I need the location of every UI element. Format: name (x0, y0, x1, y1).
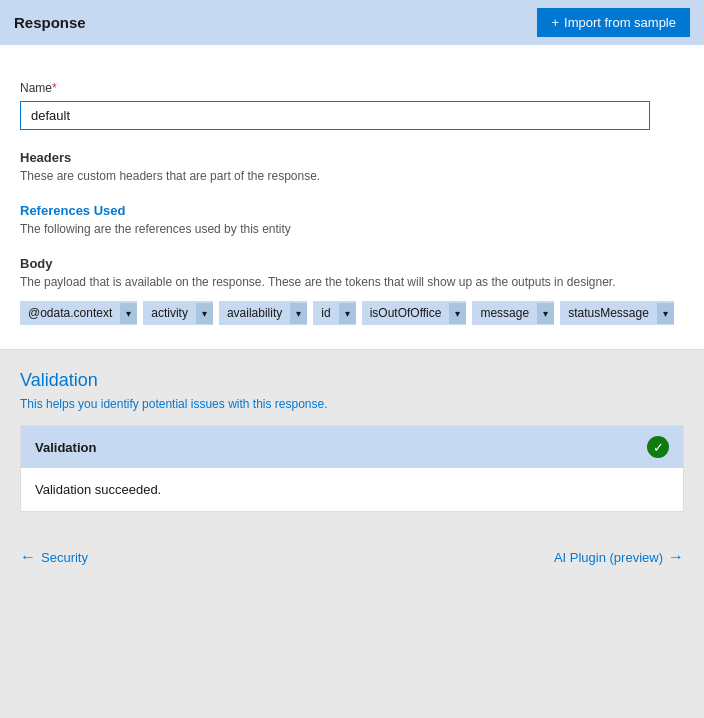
response-header: Response + Import from sample (0, 0, 704, 45)
tag-label: isOutOfOffice (362, 301, 450, 325)
validation-card: Validation ✓ Validation succeeded. (20, 425, 684, 512)
headers-desc: These are custom headers that are part o… (20, 169, 684, 183)
tag-item[interactable]: id▾ (313, 301, 355, 325)
import-button-label: Import from sample (564, 15, 676, 30)
tag-item[interactable]: isOutOfOffice▾ (362, 301, 467, 325)
forward-nav-label: AI Plugin (preview) (554, 550, 663, 565)
tag-item[interactable]: @odata.context▾ (20, 301, 137, 325)
name-input[interactable] (20, 101, 650, 130)
name-section: Name* (20, 81, 684, 130)
validation-card-title: Validation (35, 440, 96, 455)
tag-label: statusMessage (560, 301, 657, 325)
tag-label: message (472, 301, 537, 325)
tag-chevron-icon[interactable]: ▾ (290, 303, 307, 324)
tag-item[interactable]: message▾ (472, 301, 554, 325)
references-section: References Used The following are the re… (20, 203, 684, 236)
tag-label: @odata.context (20, 301, 120, 325)
name-label: Name* (20, 81, 684, 95)
tag-label: id (313, 301, 338, 325)
validation-card-header: Validation ✓ (21, 426, 683, 468)
body-section: Body The payload that is available on th… (20, 256, 684, 325)
tag-item[interactable]: activity▾ (143, 301, 213, 325)
response-panel: Response + Import from sample Name* Head… (0, 0, 704, 350)
required-star: * (52, 81, 57, 95)
validation-heading: Validation (20, 370, 684, 391)
headers-section: Headers These are custom headers that ar… (20, 150, 684, 183)
tag-chevron-icon[interactable]: ▾ (339, 303, 356, 324)
tag-label: availability (219, 301, 290, 325)
validation-desc: This helps you identify potential issues… (20, 397, 684, 411)
validation-section: Validation This helps you identify poten… (0, 350, 704, 512)
tag-label: activity (143, 301, 196, 325)
tag-chevron-icon[interactable]: ▾ (537, 303, 554, 324)
forward-arrow-icon: → (668, 548, 684, 566)
response-body: Name* Headers These are custom headers t… (0, 45, 704, 349)
references-title: References Used (20, 203, 684, 218)
validation-success-message: Validation succeeded. (35, 482, 161, 497)
body-title: Body (20, 256, 684, 271)
tags-container: @odata.context▾activity▾availability▾id▾… (20, 301, 684, 325)
tag-chevron-icon[interactable]: ▾ (449, 303, 466, 324)
import-from-sample-button[interactable]: + Import from sample (537, 8, 690, 37)
forward-nav-link[interactable]: AI Plugin (preview) → (554, 548, 684, 566)
validation-card-body: Validation succeeded. (21, 468, 683, 511)
back-arrow-icon: ← (20, 548, 36, 566)
validation-success-icon: ✓ (647, 436, 669, 458)
plus-icon: + (551, 15, 559, 30)
tag-item[interactable]: statusMessage▾ (560, 301, 674, 325)
back-nav-link[interactable]: ← Security (20, 548, 88, 566)
response-title: Response (14, 14, 86, 31)
back-nav-label: Security (41, 550, 88, 565)
tag-chevron-icon[interactable]: ▾ (657, 303, 674, 324)
tag-item[interactable]: availability▾ (219, 301, 307, 325)
references-desc: The following are the references used by… (20, 222, 684, 236)
body-desc: The payload that is available on the res… (20, 275, 684, 289)
headers-title: Headers (20, 150, 684, 165)
bottom-nav: ← Security AI Plugin (preview) → (0, 532, 704, 582)
tag-chevron-icon[interactable]: ▾ (196, 303, 213, 324)
tag-chevron-icon[interactable]: ▾ (120, 303, 137, 324)
